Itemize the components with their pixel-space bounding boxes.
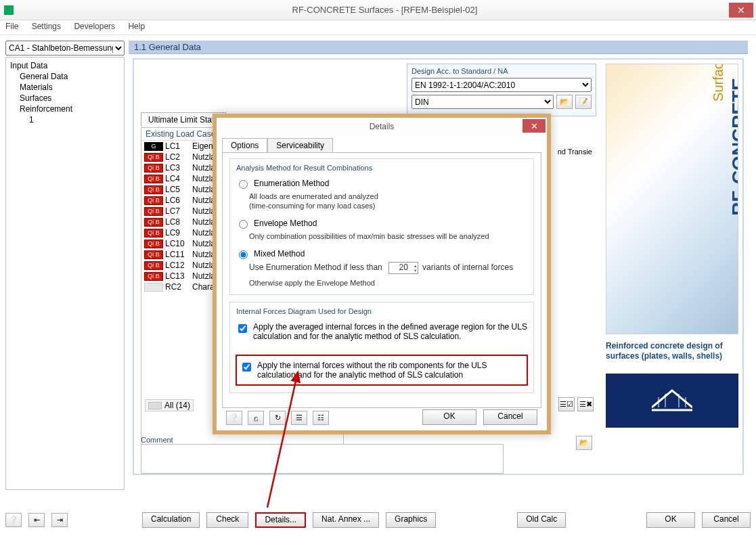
lc-desc: Chara	[192, 282, 215, 292]
old-calc-button[interactable]: Old Calc	[517, 512, 566, 528]
tool-btn-1[interactable]: ☰☑	[558, 397, 575, 411]
lc-badge: Qi B	[144, 164, 163, 173]
lc-code: LC12	[165, 261, 192, 270]
design-standard-group: Design Acc. to Standard / NA EN 1992-1-1…	[407, 64, 596, 116]
app-icon	[4, 5, 14, 15]
lc-code: LC4	[165, 174, 192, 183]
case-combo[interactable]: CA1 - Stahlbeton-Bemessung	[5, 41, 125, 55]
logo-description: Reinforced concrete design of surfaces (…	[606, 341, 738, 361]
radio-mixed[interactable]	[239, 250, 248, 259]
menubar: File Settings Developers Help	[0, 20, 756, 35]
details-body: Analysis Method for Result Combinations …	[222, 152, 541, 408]
open-icon-button[interactable]: 📂	[556, 95, 573, 109]
check-without-rib-label: Apply the internal forces without the ri…	[257, 361, 524, 380]
prev-icon-button[interactable]: ⇤	[28, 513, 45, 527]
details-tool-1[interactable]: ❔	[226, 411, 242, 425]
lc-code: LC10	[165, 239, 192, 248]
window-close-button[interactable]: ✕	[729, 3, 753, 18]
comment-aux-button[interactable]: 📂	[576, 436, 592, 450]
tree-reinforcement[interactable]: Reinforcement	[10, 104, 120, 114]
details-tabs: Options Serviceability	[222, 138, 541, 152]
comment-textarea[interactable]	[141, 444, 504, 474]
internal-forces-group: Internal Forces Diagram Used for Design …	[229, 302, 534, 393]
section-title: 1.1 General Data	[129, 41, 748, 54]
left-panel: CA1 - Stahlbeton-Bemessung Input Data Ge…	[5, 41, 125, 490]
details-cancel-button[interactable]: Cancel	[483, 409, 537, 425]
standard-select[interactable]: EN 1992-1-1:2004/AC:2010	[412, 78, 592, 92]
edit-icon-button[interactable]: 📝	[575, 95, 592, 109]
menu-file[interactable]: File	[5, 22, 18, 31]
menu-settings[interactable]: Settings	[32, 22, 61, 31]
logo-area: RF-CONCRETE Surfaces	[606, 64, 738, 334]
lc-desc: Nutzla	[192, 250, 215, 259]
details-button[interactable]: Details...	[255, 512, 306, 528]
details-tool-5[interactable]: ☷	[313, 411, 329, 425]
details-ok-button[interactable]: OK	[422, 409, 476, 425]
menu-developers[interactable]: Developers	[74, 22, 115, 31]
logo-text-1: RF-CONCRETE	[728, 78, 738, 216]
logo-text-2: Surfaces	[711, 64, 726, 102]
bridge-icon	[652, 387, 692, 414]
lc-badge: G	[144, 142, 163, 151]
radio-envelope-label: Envelope Method	[254, 219, 317, 228]
tree-surfaces[interactable]: Surfaces	[10, 93, 120, 104]
calculation-button[interactable]: Calculation	[142, 512, 200, 528]
mixed-sub2: Otherwise apply the Envelope Method	[236, 278, 528, 288]
lc-badge: Qi B	[144, 196, 163, 205]
details-tool-buttons: ❔ ⎌ ↻ ☰ ☷	[226, 411, 329, 425]
lc-desc: Nutzla	[192, 271, 215, 281]
na-select[interactable]: DIN	[412, 95, 554, 109]
enumeration-sub2: (time-consuming for many load cases)	[236, 201, 528, 210]
lc-desc: Nutzla	[192, 163, 215, 173]
lc-desc: Nutzla	[192, 261, 215, 270]
lc-desc: Nutzla	[192, 152, 215, 162]
lc-badge: Qi B	[144, 250, 163, 259]
tree-root[interactable]: Input Data	[10, 60, 120, 71]
details-close-button[interactable]: ✕	[522, 119, 546, 133]
details-tool-2[interactable]: ⎌	[248, 411, 264, 425]
radio-mixed-label: Mixed Method	[254, 249, 305, 258]
lc-code: LC5	[165, 185, 192, 194]
filter-all-badge[interactable]: All (14)	[145, 399, 194, 411]
lc-code: LC2	[165, 152, 192, 162]
lc-code: LC13	[165, 271, 192, 281]
help-icon-button[interactable]: ❔	[5, 513, 22, 527]
mixed-variants-spinner[interactable]: 20	[388, 262, 418, 274]
lc-desc: Nutzla	[192, 185, 215, 194]
check-button[interactable]: Check	[206, 512, 248, 528]
menu-help[interactable]: Help	[128, 22, 145, 31]
analysis-method-legend: Analysis Method for Result Combinations	[234, 164, 374, 172]
details-tool-4[interactable]: ☰	[291, 411, 307, 425]
lc-badge: .	[144, 283, 163, 292]
check-averaged-forces[interactable]	[238, 324, 247, 333]
lc-badge: Qi B	[144, 175, 163, 183]
graphics-button[interactable]: Graphics	[386, 512, 436, 528]
tab-serviceability[interactable]: Serviceability	[267, 138, 333, 152]
highlighted-option: Apply the internal forces without the ri…	[236, 355, 528, 386]
lc-desc: Eigen	[192, 141, 213, 151]
tab-options[interactable]: Options	[222, 138, 267, 152]
details-dialog: Details ✕ Options Serviceability Analysi…	[213, 114, 551, 434]
cancel-button[interactable]: Cancel	[702, 512, 751, 528]
lc-badge: Qi B	[144, 272, 163, 281]
details-dialog-title: Details ✕	[217, 118, 547, 135]
lc-badge: Qi B	[144, 207, 163, 216]
lc-code: LC6	[165, 196, 192, 205]
tree-materials[interactable]: Materials	[10, 82, 120, 93]
radio-enumeration[interactable]	[239, 180, 248, 189]
tool-btn-2[interactable]: ☰✖	[577, 397, 594, 411]
ok-button[interactable]: OK	[646, 512, 695, 528]
radio-enumeration-label: Enumeration Method	[254, 179, 329, 188]
next-icon-button[interactable]: ⇥	[51, 513, 68, 527]
details-tool-3[interactable]: ↻	[269, 411, 286, 425]
tree-reinforcement-1[interactable]: 1	[10, 114, 120, 125]
check-without-rib[interactable]	[242, 363, 251, 372]
lc-desc: Nutzla	[192, 239, 215, 248]
nav-tree[interactable]: Input Data General Data Materials Surfac…	[5, 57, 125, 490]
radio-envelope[interactable]	[239, 220, 248, 229]
analysis-method-group: Analysis Method for Result Combinations …	[229, 158, 534, 295]
tree-general-data[interactable]: General Data	[10, 71, 120, 82]
selected-list-header-frag: nd Transie	[558, 148, 592, 156]
nat-annex-button[interactable]: Nat. Annex ...	[313, 512, 379, 528]
details-dialog-buttons: OK Cancel	[422, 409, 537, 425]
